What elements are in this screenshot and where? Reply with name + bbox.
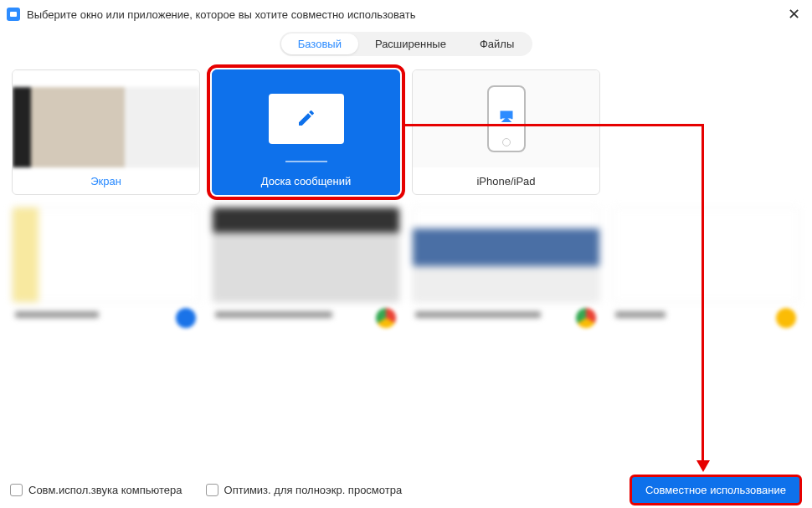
chrome-icon (576, 308, 596, 328)
tab-basic[interactable]: Базовый (281, 33, 358, 54)
pencil-icon (296, 108, 316, 131)
app-icon (176, 308, 196, 328)
application-windows-row (0, 195, 812, 332)
checkbox-icon (206, 484, 218, 496)
close-button[interactable]: ✕ (784, 7, 804, 22)
share-options-row: Экран Доска сообщений iPhone/iPad (0, 69, 812, 195)
tab-bar: Базовый Расширенные Файлы (0, 32, 812, 56)
tab-files[interactable]: Файлы (463, 33, 531, 54)
screen-preview (13, 70, 199, 167)
option-screen[interactable]: Экран (12, 69, 200, 195)
zoom-app-icon (7, 8, 20, 21)
dialog-footer: Совм.испол.звука компьютера Оптимиз. для… (0, 471, 812, 508)
option-iphone-label: iPhone/iPad (413, 167, 599, 194)
chrome-icon (376, 308, 396, 328)
whiteboard-preview (213, 70, 399, 167)
app-window-2[interactable] (212, 207, 400, 332)
option-screen-label: Экран (13, 167, 199, 194)
dialog-header: Выберите окно или приложение, которое вы… (0, 0, 812, 25)
tab-advanced[interactable]: Расширенные (358, 33, 463, 54)
checkbox-share-audio-label: Совм.испол.звука компьютера (28, 484, 182, 496)
annotation-arrow-head (696, 460, 710, 472)
option-whiteboard-label: Доска сообщений (213, 167, 399, 194)
app-icon (776, 308, 796, 328)
option-whiteboard[interactable]: Доска сообщений (212, 69, 400, 195)
checkbox-share-audio[interactable]: Совм.испол.звука компьютера (10, 484, 182, 496)
checkbox-icon (10, 484, 23, 496)
app-window-4[interactable] (612, 207, 800, 332)
airplay-icon (499, 110, 514, 126)
option-iphone-ipad[interactable]: iPhone/iPad (412, 69, 600, 195)
checkbox-optimize-video[interactable]: Оптимиз. для полноэкр. просмотра (206, 484, 403, 496)
app-window-1[interactable] (12, 207, 200, 332)
dialog-title: Выберите окно или приложение, которое вы… (27, 8, 416, 21)
iphone-preview (413, 70, 599, 167)
checkbox-optimize-video-label: Оптимиз. для полноэкр. просмотра (224, 484, 403, 496)
share-button[interactable]: Совместное использование (630, 475, 802, 505)
app-window-3[interactable] (412, 207, 600, 332)
